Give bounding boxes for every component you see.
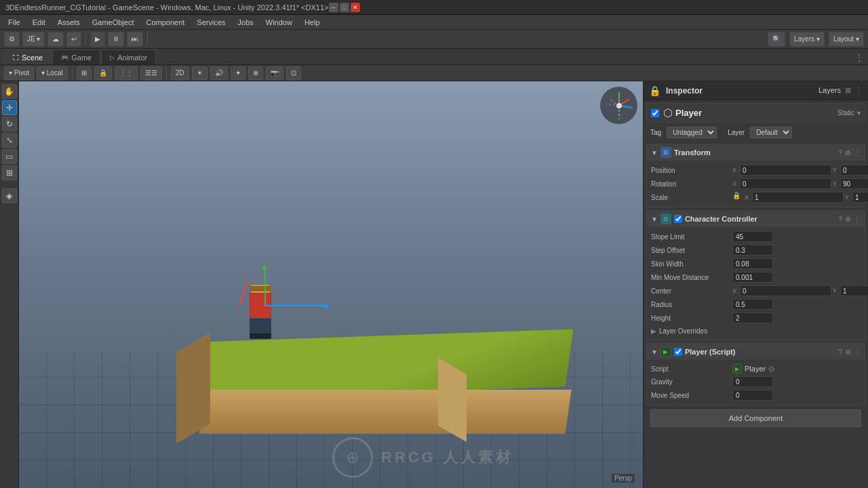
scale-x-label: X	[745, 194, 751, 201]
menu-help[interactable]: Help	[299, 17, 326, 28]
2d-btn[interactable]: 2D	[171, 66, 189, 80]
platform-front	[199, 390, 571, 434]
pause-button[interactable]: ⏸	[108, 32, 124, 47]
transform-header[interactable]: ▼ ⊞ Transform ? ⚙ ⋮	[647, 144, 865, 161]
window-title: 3DEndlessRunner_CGTutorial - GameScene -…	[5, 3, 329, 12]
go-name: Player	[675, 108, 837, 118]
ps-question[interactable]: ?	[838, 348, 842, 356]
view-aspect-btn[interactable]: ⊡	[286, 66, 301, 80]
pos-y-input[interactable]	[840, 165, 868, 176]
menu-jobs[interactable]: Jobs	[233, 17, 259, 28]
snap-btn[interactable]: ⋮⋮	[115, 66, 138, 80]
step-offset-row: Step Offset 0.3	[651, 243, 861, 257]
min-move-label: Min Move Distance	[651, 274, 732, 281]
gizmos-btn[interactable]: ⊕	[248, 66, 263, 80]
cc-icon: ⊙	[660, 214, 671, 224]
scene-view[interactable]: Persp	[19, 81, 643, 488]
pos-x-label: X	[732, 167, 739, 174]
cc-menu[interactable]: ⋮	[854, 216, 861, 223]
scene-options-btn[interactable]: ⋮	[854, 52, 864, 63]
close-button[interactable]: ✕	[351, 3, 360, 12]
rot-x-label: X	[732, 180, 739, 187]
maximize-button[interactable]: □	[340, 3, 349, 12]
rot-x-input[interactable]	[740, 178, 831, 189]
transform-settings[interactable]: ⚙	[845, 149, 851, 157]
menu-services[interactable]: Services	[191, 17, 231, 28]
move-tool[interactable]: ✛	[2, 100, 17, 115]
editor-tabs: ⛶ Scene 🎮 Game ▷ Animator ⋮	[0, 49, 868, 65]
search-button[interactable]: 🔍	[768, 32, 785, 47]
pos-x-input[interactable]	[740, 165, 831, 176]
layers-button[interactable]: Layers ▾	[789, 32, 825, 47]
scale-x-input[interactable]	[752, 192, 844, 203]
cloud-btn[interactable]: ☁	[47, 32, 64, 47]
scale-x-field: X	[745, 192, 844, 203]
tab-game[interactable]: 🎮 Game	[52, 49, 100, 64]
effects-btn[interactable]: ✦	[231, 66, 245, 80]
transform-menu[interactable]: ⋮	[854, 149, 861, 157]
ps-icon: ▶	[660, 346, 671, 357]
play-button[interactable]: ▶	[90, 32, 105, 47]
scale-lock-icon[interactable]: 🔒	[732, 192, 741, 203]
ps-menu[interactable]: ⋮	[854, 348, 861, 356]
layer-overrides-arrow[interactable]: ▶	[651, 327, 656, 335]
add-component-button[interactable]: Add Component	[650, 409, 861, 427]
step-button[interactable]: ⏭	[127, 32, 143, 47]
camera-btn[interactable]: 📷	[266, 66, 283, 80]
menu-component[interactable]: Component	[140, 17, 190, 28]
menu-edit[interactable]: Edit	[27, 17, 51, 28]
cc-question[interactable]: ?	[838, 216, 842, 223]
hand-tool[interactable]: ✋	[2, 84, 17, 99]
cc-settings[interactable]: ⚙	[845, 216, 851, 223]
go-active-checkbox[interactable]	[651, 109, 659, 117]
tab-scene[interactable]: ⛶ Scene	[4, 49, 52, 64]
tag-label: Tag	[650, 129, 661, 136]
custom-tool[interactable]: ◈	[2, 188, 17, 203]
view-divider-1	[72, 66, 73, 80]
scale-y-input[interactable]	[852, 192, 868, 203]
script-value: Player	[745, 365, 766, 373]
transform-tool[interactable]: ⊞	[2, 165, 17, 180]
layout-button[interactable]: Layout ▾	[829, 32, 864, 47]
player-script-component: ▼ ▶ Player (Script) ? ⚙ ⋮ Script ▶	[646, 343, 865, 405]
scene-rotation-gizmo[interactable]	[600, 87, 637, 124]
menu-window[interactable]: Window	[260, 17, 298, 28]
render-mode-btn[interactable]: ☰☰	[140, 66, 162, 80]
rot-y-input[interactable]	[840, 178, 868, 189]
script-ref: ▶ Player ⊙	[732, 364, 774, 373]
rotate-tool[interactable]: ↻	[2, 117, 17, 131]
unity-logo-btn[interactable]: ⚙	[4, 32, 20, 47]
layer-select[interactable]: Default	[750, 127, 792, 138]
transform-gizmo-y	[264, 269, 266, 306]
radius-row: Radius 0.5	[651, 298, 861, 311]
ps-settings[interactable]: ⚙	[845, 348, 851, 356]
menu-assets[interactable]: Assets	[52, 17, 85, 28]
radius-value: 0.5	[732, 299, 773, 310]
menu-gameobject[interactable]: GameObject	[87, 17, 140, 28]
cc-checkbox[interactable]	[674, 215, 682, 223]
main-area: ✋ ✛ ↻ ⤡ ▭ ⊞ ◈	[0, 81, 868, 488]
minimize-button[interactable]: ─	[329, 3, 338, 12]
lock-btn[interactable]: 🔒	[94, 66, 112, 80]
undo-btn[interactable]: ↩	[66, 32, 81, 47]
tab-animator-label: Animator	[117, 54, 147, 62]
script-target-icon[interactable]: ⊙	[768, 365, 774, 373]
player-script-header[interactable]: ▼ ▶ Player (Script) ? ⚙ ⋮	[647, 344, 865, 360]
account-btn[interactable]: JE ▾	[22, 32, 45, 47]
tag-select[interactable]: Untagged	[667, 127, 717, 138]
menu-file[interactable]: File	[3, 17, 26, 28]
rect-tool[interactable]: ▭	[2, 149, 17, 164]
tab-animator[interactable]: ▷ Animator	[101, 49, 156, 64]
audio-btn[interactable]: 🔊	[210, 66, 228, 80]
ps-checkbox[interactable]	[674, 348, 682, 356]
scale-tool[interactable]: ⤡	[2, 133, 17, 148]
center-x-input[interactable]	[740, 285, 831, 296]
light-btn[interactable]: ☀	[192, 66, 208, 80]
local-toggle[interactable]: ▾ Local	[37, 66, 68, 80]
grid-btn[interactable]: ⊞	[77, 66, 92, 80]
pivot-toggle[interactable]: ▾ Pivot	[4, 66, 34, 80]
transform-question[interactable]: ?	[838, 149, 842, 157]
static-arrow[interactable]: ▾	[857, 109, 861, 117]
character-controller-header[interactable]: ▼ ⊙ Character Controller ? ⚙ ⋮	[647, 211, 865, 227]
center-y-input[interactable]	[840, 285, 868, 296]
